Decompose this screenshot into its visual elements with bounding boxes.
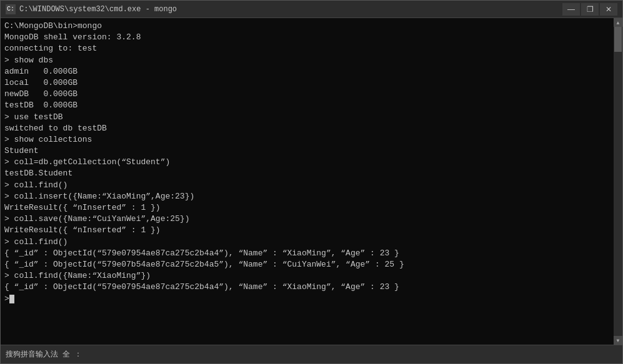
scroll-down-arrow[interactable]: ▼: [614, 336, 622, 345]
terminal-line: newDB 0.000GB: [4, 89, 610, 100]
main-area: C:\MongoDB\bin>mongoMongoDB shell versio…: [1, 18, 622, 345]
terminal-line: > coll.find(): [4, 237, 610, 248]
terminal-line: Student: [4, 145, 610, 157]
terminal-line: C:\MongoDB\bin>mongo: [4, 21, 610, 32]
terminal-line: { “_id” : ObjectId(“579e07954ae87ca275c2…: [4, 282, 610, 293]
scroll-thumb[interactable]: [614, 27, 622, 52]
minimize-button[interactable]: —: [562, 3, 580, 16]
terminal-line: switched to db testDB: [4, 123, 610, 134]
scroll-up-arrow[interactable]: ▲: [614, 18, 622, 27]
terminal-line: connecting to: test: [4, 43, 610, 54]
restore-button[interactable]: ❐: [581, 3, 599, 16]
terminal-line: > coll.find({Name:“XiaoMing”}): [4, 270, 610, 282]
cursor: [9, 295, 14, 303]
terminal-line: > show dbs: [4, 55, 610, 66]
terminal-line: testDB 0.000GB: [4, 100, 610, 111]
terminal-line: testDB.Student: [4, 168, 610, 179]
window-title: C:\WINDOWS\system32\cmd.exe - mongo: [19, 5, 562, 14]
scrollbar[interactable]: ▲ ▼: [614, 18, 622, 345]
terminal-output[interactable]: C:\MongoDB\bin>mongoMongoDB shell versio…: [1, 18, 614, 345]
terminal-line: > coll.insert({Name:“XiaoMing”,Age:23}): [4, 191, 610, 202]
terminal-line: >: [4, 293, 610, 305]
terminal-line: local 0.000GB: [4, 77, 610, 89]
terminal-line: > coll.save({Name:“CuiYanWei”,Age:25}): [4, 214, 610, 225]
terminal-line: WriteResult({ “nInserted” : 1 }): [4, 225, 610, 236]
window: C: C:\WINDOWS\system32\cmd.exe - mongo —…: [0, 0, 623, 364]
terminal-line: MongoDB shell version: 3.2.8: [4, 32, 610, 43]
bottom-bar: 搜狗拼音输入法 全 ：: [1, 345, 622, 363]
window-icon: C:: [6, 4, 16, 14]
terminal-line: > show collections: [4, 134, 610, 145]
terminal-line: { “_id” : ObjectId(“579e07954ae87ca275c2…: [4, 248, 610, 259]
terminal-line: > coll.find(): [4, 180, 610, 191]
ime-label: 搜狗拼音输入法 全 ：: [6, 349, 82, 360]
close-button[interactable]: ✕: [600, 3, 617, 16]
title-bar: C: C:\WINDOWS\system32\cmd.exe - mongo —…: [1, 1, 622, 18]
terminal-line: WriteResult({ “nInserted” : 1 }): [4, 202, 610, 214]
terminal-line: > coll=db.getCollection(“Student”): [4, 157, 610, 168]
terminal-line: > use testDB: [4, 112, 610, 123]
terminal-line: { “_id” : ObjectId(“579e07b54ae87ca275c2…: [4, 259, 610, 270]
scroll-track[interactable]: [614, 27, 622, 336]
window-controls: — ❐ ✕: [562, 3, 617, 16]
terminal-line: admin 0.000GB: [4, 66, 610, 77]
